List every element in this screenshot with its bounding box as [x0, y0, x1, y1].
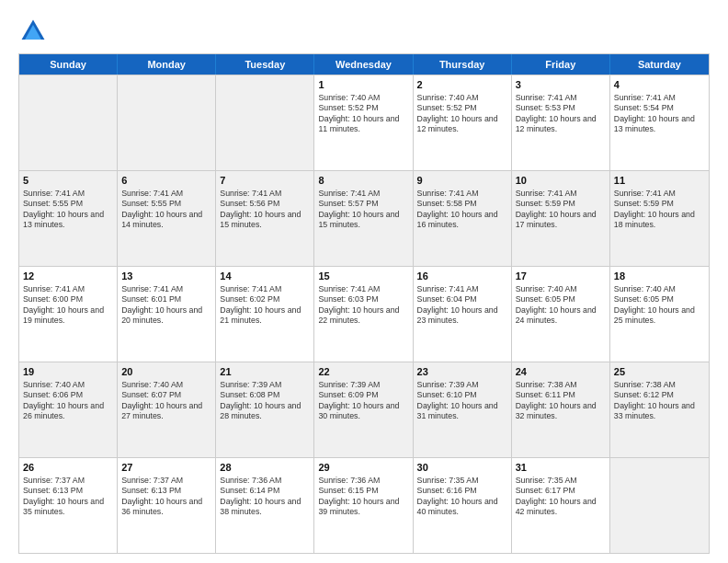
- calendar-cell-4-3: 21Sunrise: 7:39 AM Sunset: 6:08 PM Dayli…: [216, 362, 314, 457]
- day-number: 19: [23, 365, 113, 379]
- day-info: Sunrise: 7:35 AM Sunset: 6:16 PM Dayligh…: [417, 476, 507, 518]
- weekday-header-tuesday: Tuesday: [216, 54, 314, 75]
- day-info: Sunrise: 7:39 AM Sunset: 6:09 PM Dayligh…: [318, 380, 408, 422]
- day-number: 2: [417, 78, 507, 92]
- calendar-cell-3-7: 18Sunrise: 7:40 AM Sunset: 6:05 PM Dayli…: [610, 267, 709, 362]
- calendar-week-3: 12Sunrise: 7:41 AM Sunset: 6:00 PM Dayli…: [19, 266, 709, 362]
- calendar-cell-3-3: 14Sunrise: 7:41 AM Sunset: 6:02 PM Dayli…: [216, 267, 314, 362]
- day-info: Sunrise: 7:41 AM Sunset: 6:02 PM Dayligh…: [220, 284, 310, 327]
- day-info: Sunrise: 7:41 AM Sunset: 6:00 PM Dayligh…: [23, 284, 113, 327]
- day-info: Sunrise: 7:41 AM Sunset: 5:57 PM Dayligh…: [318, 189, 408, 231]
- calendar-cell-4-7: 25Sunrise: 7:38 AM Sunset: 6:12 PM Dayli…: [610, 362, 709, 457]
- day-number: 15: [318, 270, 408, 283]
- calendar-cell-5-1: 26Sunrise: 7:37 AM Sunset: 6:13 PM Dayli…: [19, 458, 118, 553]
- day-info: Sunrise: 7:39 AM Sunset: 6:08 PM Dayligh…: [220, 380, 310, 422]
- day-info: Sunrise: 7:41 AM Sunset: 6:01 PM Dayligh…: [121, 284, 211, 327]
- day-info: Sunrise: 7:41 AM Sunset: 6:04 PM Dayligh…: [417, 284, 507, 327]
- weekday-header-monday: Monday: [118, 54, 216, 75]
- calendar-cell-1-2: [118, 75, 216, 170]
- day-number: 29: [318, 461, 408, 475]
- weekday-header-wednesday: Wednesday: [314, 54, 413, 75]
- day-number: 14: [220, 270, 310, 283]
- day-number: 6: [121, 174, 211, 188]
- day-info: Sunrise: 7:41 AM Sunset: 5:58 PM Dayligh…: [417, 189, 507, 231]
- calendar-cell-1-4: 1Sunrise: 7:40 AM Sunset: 5:52 PM Daylig…: [314, 75, 413, 170]
- calendar-cell-4-1: 19Sunrise: 7:40 AM Sunset: 6:06 PM Dayli…: [19, 362, 118, 457]
- day-info: Sunrise: 7:39 AM Sunset: 6:10 PM Dayligh…: [417, 380, 507, 422]
- day-number: 16: [417, 270, 507, 283]
- day-number: 18: [614, 270, 705, 283]
- day-number: 22: [318, 365, 408, 379]
- logo: [18, 17, 51, 46]
- day-number: 24: [516, 365, 606, 379]
- calendar-cell-5-3: 28Sunrise: 7:36 AM Sunset: 6:14 PM Dayli…: [216, 458, 314, 553]
- weekday-header-friday: Friday: [512, 54, 610, 75]
- day-info: Sunrise: 7:36 AM Sunset: 6:15 PM Dayligh…: [318, 476, 408, 518]
- day-number: 28: [220, 461, 310, 475]
- day-number: 4: [614, 78, 705, 92]
- calendar-cell-4-6: 24Sunrise: 7:38 AM Sunset: 6:11 PM Dayli…: [512, 362, 610, 457]
- day-number: 10: [516, 174, 606, 188]
- calendar-cell-2-2: 6Sunrise: 7:41 AM Sunset: 5:55 PM Daylig…: [118, 171, 216, 266]
- day-number: 12: [23, 270, 113, 283]
- calendar-cell-1-5: 2Sunrise: 7:40 AM Sunset: 5:52 PM Daylig…: [414, 75, 512, 170]
- day-info: Sunrise: 7:40 AM Sunset: 5:52 PM Dayligh…: [417, 93, 507, 135]
- header: [18, 17, 710, 46]
- day-number: 20: [121, 365, 211, 379]
- weekday-header-thursday: Thursday: [414, 54, 512, 75]
- calendar-header: SundayMondayTuesdayWednesdayThursdayFrid…: [19, 54, 709, 75]
- day-info: Sunrise: 7:41 AM Sunset: 5:54 PM Dayligh…: [614, 93, 705, 135]
- day-number: 17: [516, 270, 606, 283]
- calendar-cell-2-7: 11Sunrise: 7:41 AM Sunset: 5:59 PM Dayli…: [610, 171, 709, 266]
- day-info: Sunrise: 7:37 AM Sunset: 6:13 PM Dayligh…: [121, 476, 211, 518]
- calendar-cell-1-7: 4Sunrise: 7:41 AM Sunset: 5:54 PM Daylig…: [610, 75, 709, 170]
- day-info: Sunrise: 7:35 AM Sunset: 6:17 PM Dayligh…: [516, 476, 606, 518]
- calendar-cell-2-1: 5Sunrise: 7:41 AM Sunset: 5:55 PM Daylig…: [19, 171, 118, 266]
- day-info: Sunrise: 7:40 AM Sunset: 5:52 PM Dayligh…: [318, 93, 408, 135]
- calendar-cell-1-6: 3Sunrise: 7:41 AM Sunset: 5:53 PM Daylig…: [512, 75, 610, 170]
- calendar-cell-5-4: 29Sunrise: 7:36 AM Sunset: 6:15 PM Dayli…: [314, 458, 413, 553]
- calendar-cell-5-6: 31Sunrise: 7:35 AM Sunset: 6:17 PM Dayli…: [512, 458, 610, 553]
- day-info: Sunrise: 7:41 AM Sunset: 6:03 PM Dayligh…: [318, 284, 408, 327]
- calendar-cell-2-6: 10Sunrise: 7:41 AM Sunset: 5:59 PM Dayli…: [512, 171, 610, 266]
- weekday-header-saturday: Saturday: [610, 54, 709, 75]
- calendar-cell-5-2: 27Sunrise: 7:37 AM Sunset: 6:13 PM Dayli…: [118, 458, 216, 553]
- calendar-cell-1-3: [216, 75, 314, 170]
- calendar-cell-5-5: 30Sunrise: 7:35 AM Sunset: 6:16 PM Dayli…: [414, 458, 512, 553]
- day-number: 1: [318, 78, 408, 92]
- day-info: Sunrise: 7:41 AM Sunset: 5:55 PM Dayligh…: [23, 189, 113, 231]
- day-info: Sunrise: 7:41 AM Sunset: 5:59 PM Dayligh…: [614, 189, 705, 231]
- day-number: 7: [220, 174, 310, 188]
- calendar-cell-2-4: 8Sunrise: 7:41 AM Sunset: 5:57 PM Daylig…: [314, 171, 413, 266]
- weekday-header-sunday: Sunday: [19, 54, 118, 75]
- calendar-cell-3-4: 15Sunrise: 7:41 AM Sunset: 6:03 PM Dayli…: [314, 267, 413, 362]
- day-number: 11: [614, 174, 705, 188]
- day-number: 13: [121, 270, 211, 283]
- calendar-cell-3-2: 13Sunrise: 7:41 AM Sunset: 6:01 PM Dayli…: [118, 267, 216, 362]
- day-number: 30: [417, 461, 507, 475]
- calendar-cell-4-5: 23Sunrise: 7:39 AM Sunset: 6:10 PM Dayli…: [414, 362, 512, 457]
- day-info: Sunrise: 7:38 AM Sunset: 6:12 PM Dayligh…: [614, 380, 705, 422]
- calendar: SundayMondayTuesdayWednesdayThursdayFrid…: [18, 53, 710, 554]
- day-info: Sunrise: 7:37 AM Sunset: 6:13 PM Dayligh…: [23, 476, 113, 518]
- day-number: 9: [417, 174, 507, 188]
- day-info: Sunrise: 7:40 AM Sunset: 6:05 PM Dayligh…: [614, 284, 705, 327]
- day-number: 25: [614, 365, 705, 379]
- day-info: Sunrise: 7:40 AM Sunset: 6:07 PM Dayligh…: [121, 380, 211, 422]
- day-info: Sunrise: 7:41 AM Sunset: 5:56 PM Dayligh…: [220, 189, 310, 231]
- calendar-cell-2-3: 7Sunrise: 7:41 AM Sunset: 5:56 PM Daylig…: [216, 171, 314, 266]
- day-number: 31: [516, 461, 606, 475]
- calendar-week-2: 5Sunrise: 7:41 AM Sunset: 5:55 PM Daylig…: [19, 170, 709, 266]
- logo-icon: [18, 17, 48, 46]
- calendar-cell-2-5: 9Sunrise: 7:41 AM Sunset: 5:58 PM Daylig…: [414, 171, 512, 266]
- calendar-cell-5-7: [610, 458, 709, 553]
- day-info: Sunrise: 7:40 AM Sunset: 6:05 PM Dayligh…: [516, 284, 606, 327]
- day-number: 23: [417, 365, 507, 379]
- day-info: Sunrise: 7:41 AM Sunset: 5:55 PM Dayligh…: [121, 189, 211, 231]
- day-info: Sunrise: 7:38 AM Sunset: 6:11 PM Dayligh…: [516, 380, 606, 422]
- calendar-week-5: 26Sunrise: 7:37 AM Sunset: 6:13 PM Dayli…: [19, 457, 709, 553]
- day-number: 5: [23, 174, 113, 188]
- day-number: 3: [516, 78, 606, 92]
- day-number: 27: [121, 461, 211, 475]
- day-info: Sunrise: 7:41 AM Sunset: 5:59 PM Dayligh…: [516, 189, 606, 231]
